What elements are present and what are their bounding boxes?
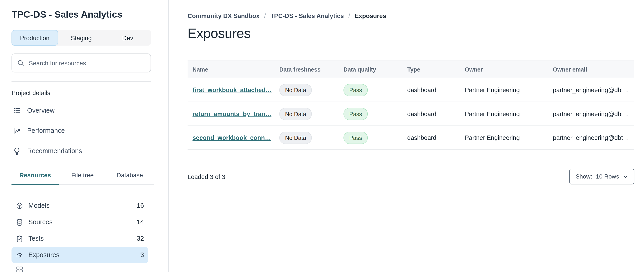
sidebar-main-divider — [168, 0, 169, 272]
page-title: Exposures — [188, 26, 634, 41]
breadcrumb: Community DX Sandbox / TPC-DS - Sales An… — [188, 0, 634, 20]
app-viewport: TPC-DS - Sales Analytics Production Stag… — [0, 0, 644, 272]
data-quality-badge: Pass — [344, 108, 368, 120]
exposure-name-link[interactable]: return_amounts_by_tran… — [192, 110, 271, 117]
line-chart-icon — [13, 127, 21, 135]
table-header-row: Name Data freshness Data quality Type Ow… — [188, 60, 634, 78]
gauge-icon — [16, 251, 28, 259]
column-header-owner-email: Owner email — [548, 66, 634, 73]
nav-item-performance[interactable]: Performance — [12, 120, 151, 140]
resource-label: Exposures — [28, 252, 140, 259]
exposure-owner: Partner Engineering — [460, 134, 548, 141]
table-row: first_workbook_attached… No Data Pass da… — [188, 78, 634, 102]
database-icon — [16, 218, 28, 226]
tab-database[interactable]: Database — [106, 172, 153, 185]
resource-list: Models 16 Sources 14 — [12, 198, 148, 272]
env-tab-dev[interactable]: Dev — [104, 30, 151, 46]
project-details-label: Project details — [12, 89, 151, 96]
exposure-owner: Partner Engineering — [460, 86, 548, 94]
nav-item-label: Recommendations — [27, 147, 82, 154]
breadcrumb-separator: / — [348, 12, 350, 20]
exposure-type: dashboard — [402, 134, 460, 141]
data-freshness-badge: No Data — [279, 132, 312, 144]
column-header-data-freshness: Data freshness — [274, 66, 339, 73]
exposure-type: dashboard — [402, 110, 460, 117]
resource-label: Models — [28, 202, 137, 209]
breadcrumb-current: Exposures — [355, 12, 386, 20]
chevron-down-icon — [623, 174, 628, 179]
exposure-owner-email: partner_engineering@dbt… — [548, 86, 634, 94]
tab-file-tree[interactable]: File tree — [59, 172, 106, 185]
sidebar-divider — [12, 81, 151, 82]
resource-count: 3 — [140, 252, 144, 259]
resource-count: 16 — [137, 202, 144, 209]
exposure-owner-email: partner_engineering@dbt… — [548, 134, 634, 141]
tab-resources[interactable]: Resources — [12, 172, 59, 185]
clipboard-check-icon — [16, 235, 28, 242]
search-icon — [17, 59, 25, 67]
breadcrumb-project[interactable]: TPC-DS - Sales Analytics — [270, 12, 344, 20]
exposure-name-link[interactable]: second_workbook_conn… — [192, 134, 271, 141]
rows-per-page-dropdown[interactable]: Show: 10 Rows — [570, 169, 634, 184]
show-value: 10 Rows — [596, 173, 619, 180]
resource-item-partial[interactable] — [12, 266, 148, 272]
resource-count: 32 — [137, 235, 144, 242]
table-footer: Loaded 3 of 3 Show: 10 Rows — [188, 169, 634, 184]
resource-item-exposures[interactable]: Exposures 3 — [12, 247, 148, 263]
sidebar-view-tabs: Resources File tree Database — [12, 172, 154, 185]
breadcrumb-account[interactable]: Community DX Sandbox — [188, 12, 260, 20]
resource-label: Sources — [28, 218, 137, 226]
cube-icon — [16, 202, 28, 210]
resource-count: 14 — [137, 218, 144, 226]
column-header-owner: Owner — [460, 66, 548, 73]
sidebar: TPC-DS - Sales Analytics Production Stag… — [0, 0, 168, 272]
nav-item-recommendations[interactable]: Recommendations — [12, 141, 151, 161]
lightbulb-icon — [13, 147, 21, 155]
column-header-name: Name — [188, 66, 274, 73]
resource-item-tests[interactable]: Tests 32 — [12, 230, 148, 247]
exposure-owner-email: partner_engineering@dbt… — [548, 110, 634, 117]
resource-search[interactable] — [12, 54, 151, 72]
data-freshness-badge: No Data — [279, 108, 312, 120]
table-row: second_workbook_conn… No Data Pass dashb… — [188, 126, 634, 150]
table-row: return_amounts_by_tran… No Data Pass das… — [188, 102, 634, 126]
breadcrumb-separator: / — [264, 12, 266, 20]
data-quality-badge: Pass — [344, 132, 368, 144]
exposure-name-link[interactable]: first_workbook_attached… — [192, 86, 272, 94]
column-header-type: Type — [402, 66, 460, 73]
env-tab-production[interactable]: Production — [12, 30, 58, 46]
show-label: Show: — [576, 173, 592, 180]
project-nav: Overview Performance Recommendations — [12, 100, 151, 161]
resource-label: Tests — [28, 235, 137, 242]
resource-item-models[interactable]: Models 16 — [12, 198, 148, 214]
exposures-table: Name Data freshness Data quality Type Ow… — [188, 60, 634, 150]
column-header-data-quality: Data quality — [338, 66, 402, 73]
exposure-type: dashboard — [402, 86, 460, 94]
nav-item-overview[interactable]: Overview — [12, 100, 151, 120]
project-title: TPC-DS - Sales Analytics — [12, 9, 151, 20]
data-freshness-badge: No Data — [279, 84, 312, 96]
nav-item-label: Performance — [27, 127, 65, 134]
dbt-explorer-app: TPC-DS - Sales Analytics Production Stag… — [0, 0, 644, 272]
search-input[interactable] — [29, 60, 146, 66]
environment-tabs: Production Staging Dev — [12, 30, 151, 46]
env-tab-staging[interactable]: Staging — [58, 30, 104, 46]
data-quality-badge: Pass — [344, 84, 368, 96]
resource-item-sources[interactable]: Sources 14 — [12, 214, 148, 230]
main-content: Community DX Sandbox / TPC-DS - Sales An… — [188, 0, 634, 184]
nav-item-label: Overview — [27, 107, 54, 114]
loaded-count-text: Loaded 3 of 3 — [188, 173, 225, 180]
exposure-owner: Partner Engineering — [460, 110, 548, 117]
grid-icon — [16, 266, 28, 272]
list-icon — [13, 106, 21, 114]
